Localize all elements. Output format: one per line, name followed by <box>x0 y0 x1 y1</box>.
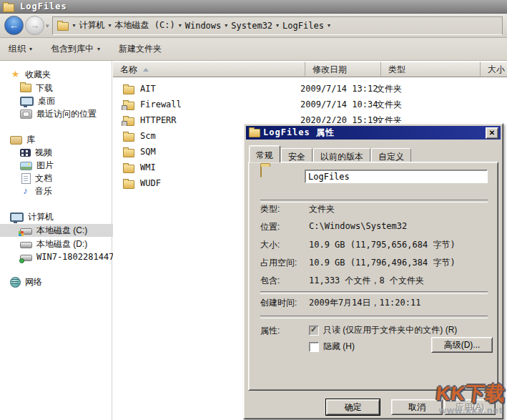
drive-c-icon <box>20 228 32 235</box>
dialog-tabs: 常规 安全 以前的版本 自定义 <box>249 145 412 162</box>
chevron-down-icon[interactable]: ▾ <box>275 22 280 29</box>
column-header-date[interactable]: 修改日期 <box>305 62 381 77</box>
navigation-band: ← → ▾ ▾ 计算机 ▾ 本地磁盘 (C:) ▾ Windows ▾ Syst… <box>0 14 507 38</box>
chevron-down-icon[interactable]: ▾ <box>72 22 77 29</box>
breadcrumb-drive-c[interactable]: 本地磁盘 (C:) <box>113 19 177 31</box>
size-on-disk-label: 占用空间: <box>260 257 297 269</box>
type-label: 类型: <box>260 203 280 215</box>
folder-icon <box>123 180 134 189</box>
chevron-down-icon[interactable]: ▾ <box>223 22 229 29</box>
command-toolbar: 组织 ▾ 包含到库中 ▾ 新建文件夹 <box>0 38 507 61</box>
explorer-window: LogFiles ← → ▾ ▾ 计算机 ▾ 本地磁盘 (C:) ▾ Windo… <box>0 0 507 420</box>
separator <box>260 291 488 294</box>
contains-label: 包含: <box>260 275 280 287</box>
tab-customize[interactable]: 自定义 <box>371 148 411 162</box>
created-value: 2009年7月14日，11:20:11 <box>309 297 420 309</box>
big-folder-icon <box>260 167 262 177</box>
readonly-row: 只读 (仅应用于文件夹中的文件) (R) <box>309 324 457 336</box>
tab-previous-versions[interactable]: 以前的版本 <box>313 148 370 162</box>
hidden-label: 隐藏 (H) <box>323 341 355 351</box>
dialog-titlebar[interactable]: LogFiles 属性 ✕ <box>246 126 501 140</box>
folder-icon <box>123 133 134 142</box>
advanced-button[interactable]: 高级(D)... <box>431 337 493 353</box>
contains-value: 11,333 个文件，8 个文件夹 <box>309 275 424 287</box>
folder-icon <box>123 165 134 173</box>
location-value: C:\Windows\System32 <box>309 221 407 231</box>
column-header-size[interactable]: 大小 <box>481 62 507 77</box>
chevron-down-icon[interactable]: ▾ <box>177 22 183 29</box>
include-in-library-label: 包含到库中 <box>51 43 94 55</box>
address-folder-icon <box>57 22 69 31</box>
tab-security[interactable]: 安全 <box>281 148 312 162</box>
window-titlebar[interactable]: LogFiles <box>0 0 507 14</box>
breadcrumb-windows[interactable]: Windows <box>183 21 224 31</box>
network-drive-icon <box>20 255 32 261</box>
breadcrumb-system32[interactable]: System32 <box>229 21 275 31</box>
folder-icon <box>123 86 134 94</box>
sidebar-item-computer[interactable]: 计算机 <box>0 210 122 223</box>
documents-icon <box>21 173 31 184</box>
star-icon: ★ <box>10 69 21 79</box>
breadcrumb-computer[interactable]: 计算机 <box>77 19 107 31</box>
cancel-button[interactable]: 取消 <box>391 399 443 415</box>
chevron-down-icon[interactable]: ▾ <box>107 22 113 29</box>
window-title: LogFiles <box>20 1 67 11</box>
sidebar-item-libraries[interactable]: 库 <box>0 133 122 146</box>
history-dropdown-icon[interactable]: ▾ <box>46 22 49 29</box>
size-on-disk-value: 10.9 GB (11,796,496,384 字节) <box>309 257 456 269</box>
breadcrumb-logfiles[interactable]: LogFiles <box>280 21 326 31</box>
size-value: 10.9 GB (11,795,656,684 字节) <box>309 239 456 251</box>
chevron-down-icon: ▾ <box>97 46 100 52</box>
music-icon: ♪ <box>20 186 31 196</box>
created-label: 创建时间: <box>260 297 297 309</box>
tab-general[interactable]: 常规 <box>249 145 280 162</box>
drive-d-icon <box>20 242 32 248</box>
close-icon[interactable]: ✕ <box>486 127 498 139</box>
apply-button[interactable]: 应用(A) <box>444 399 496 415</box>
separator <box>260 316 488 318</box>
dialog-folder-icon <box>249 129 260 137</box>
hidden-checkbox[interactable] <box>309 342 319 352</box>
attributes-label: 属性: <box>260 325 280 337</box>
desktop-icon <box>20 97 34 106</box>
network-icon <box>10 277 21 288</box>
properties-dialog: LogFiles 属性 ✕ 常规 安全 以前的版本 自定义 类型: 文件夹 位置… <box>243 123 503 419</box>
file-row-ait[interactable]: AIT 2009/7/14 13:12 文件夹 <box>113 81 507 97</box>
locked-folder-icon <box>123 102 134 110</box>
sort-ascending-icon <box>143 68 149 72</box>
chevron-down-icon[interactable]: ▾ <box>326 22 332 29</box>
column-headers: 名称 修改日期 类型 大小 <box>113 62 507 77</box>
separator <box>260 200 488 202</box>
pictures-icon <box>20 162 32 170</box>
videos-icon <box>20 149 31 157</box>
address-bar[interactable]: ▾ 计算机 ▾ 本地磁盘 (C:) ▾ Windows ▾ System32 ▾… <box>52 16 503 35</box>
column-header-type[interactable]: 类型 <box>381 62 481 77</box>
location-label: 位置: <box>260 221 280 233</box>
sidebar-item-network[interactable]: 网络 <box>0 275 122 288</box>
hidden-row: 隐藏 (H) <box>309 341 355 353</box>
forward-button[interactable]: → <box>25 16 44 35</box>
ok-button[interactable]: 确定 <box>326 399 380 415</box>
downloads-folder-icon <box>20 84 31 92</box>
dialog-title: LogFiles 属性 <box>263 127 486 139</box>
libraries-icon <box>10 136 22 145</box>
organize-button[interactable]: 组织 ▾ <box>9 43 32 55</box>
readonly-checkbox[interactable] <box>309 326 319 336</box>
recent-places-icon <box>20 109 32 119</box>
readonly-label: 只读 (仅应用于文件夹中的文件) (R) <box>323 325 457 335</box>
window-folder-icon <box>3 4 14 12</box>
chevron-down-icon: ▾ <box>29 46 32 52</box>
new-folder-button[interactable]: 新建文件夹 <box>119 43 162 55</box>
type-value: 文件夹 <box>309 203 335 215</box>
navigation-pane: ★ 收藏夹 下载 桌面 最近访问的位置 库 视频 图片 文档 <box>0 61 112 420</box>
sidebar-item-favorites[interactable]: ★ 收藏夹 <box>0 68 122 81</box>
file-row-firewall[interactable]: Firewall 2009/7/14 10:34 文件夹 <box>113 97 507 112</box>
include-in-library-button[interactable]: 包含到库中 ▾ <box>51 43 100 55</box>
folder-name-input[interactable] <box>305 170 488 183</box>
new-folder-label: 新建文件夹 <box>119 43 162 55</box>
organize-label: 组织 <box>9 43 26 55</box>
back-button[interactable]: ← <box>4 16 24 35</box>
general-tab-panel: 类型: 文件夹 位置: C:\Windows\System32 大小: 10.9… <box>248 162 498 391</box>
folder-icon <box>123 149 134 157</box>
column-header-name[interactable]: 名称 <box>113 62 305 77</box>
